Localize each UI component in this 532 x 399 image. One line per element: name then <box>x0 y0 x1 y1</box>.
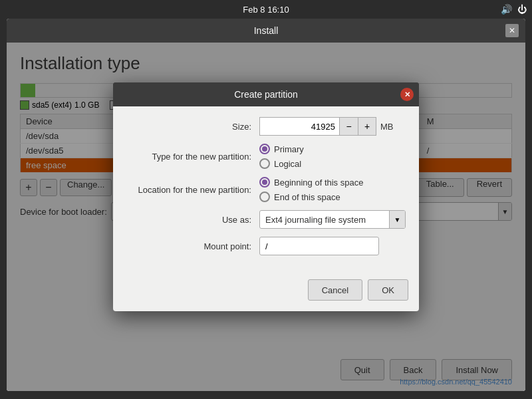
location-radio-group: Beginning of this spaceEnd of this space <box>259 177 406 202</box>
radio-label: Beginning of this space <box>274 178 363 188</box>
mount-point-wrapper: ▼ <box>259 237 379 255</box>
cancel-button[interactable]: Cancel <box>308 279 362 301</box>
content-area: Installation type sda5 (ext4) 1.0 GB fr … <box>7 43 525 391</box>
location-control: Beginning of this spaceEnd of this space <box>259 177 406 202</box>
type-radio-group: PrimaryLogical <box>259 144 406 169</box>
mount-point-control: ▼ <box>259 237 406 255</box>
radio-label: Primary <box>274 144 304 154</box>
size-row: Size: − + MB <box>126 117 406 136</box>
volume-icon: 🔊 <box>501 4 512 15</box>
type-radio-item[interactable]: Logical <box>259 158 406 169</box>
radio-circle-icon <box>259 144 270 154</box>
topbar: Feb 8 16:10 🔊 ⏻ <box>0 0 532 19</box>
dialog-close-button[interactable]: ✕ <box>400 88 414 101</box>
topbar-icons: 🔊 ⏻ <box>501 4 527 15</box>
mount-point-label: Mount point: <box>126 241 259 251</box>
type-radio-item[interactable]: Primary <box>259 144 406 154</box>
use-as-select[interactable]: Ext4 journaling file system ▼ <box>259 210 406 229</box>
size-label: Size: <box>126 122 259 132</box>
radio-circle-icon <box>259 192 270 202</box>
location-row: Location for the new partition: Beginnin… <box>126 177 406 202</box>
size-control-group: − + MB <box>259 117 406 136</box>
window-titlebar: Install ✕ <box>7 19 525 43</box>
location-label: Location for the new partition: <box>126 185 259 195</box>
use-as-row: Use as: Ext4 journaling file system ▼ <box>126 210 406 229</box>
ok-button[interactable]: OK <box>368 279 408 301</box>
use-as-control: Ext4 journaling file system ▼ <box>259 210 406 229</box>
dialog-title: Create partition <box>234 89 298 100</box>
window-title: Install <box>254 25 279 36</box>
type-label: Type for the new partition: <box>126 152 259 162</box>
dialog-titlebar: Create partition ✕ <box>113 82 419 106</box>
type-row: Type for the new partition: PrimaryLogic… <box>126 144 406 169</box>
location-radio-item[interactable]: Beginning of this space <box>259 177 406 188</box>
dialog-body: Size: − + MB Type for the new par <box>113 106 419 274</box>
mount-point-input[interactable] <box>260 241 379 251</box>
radio-label: Logical <box>274 159 301 169</box>
window-close-button[interactable]: ✕ <box>505 24 519 37</box>
radio-circle-icon <box>259 158 270 169</box>
use-as-value: Ext4 journaling file system <box>260 215 389 225</box>
type-control: PrimaryLogical <box>259 144 406 169</box>
modal-overlay: Create partition ✕ Size: − + MB <box>7 43 525 391</box>
size-input[interactable] <box>259 117 339 136</box>
use-as-label: Use as: <box>126 215 259 225</box>
power-icon: ⏻ <box>517 4 527 15</box>
size-minus-button[interactable]: − <box>339 117 358 136</box>
topbar-datetime: Feb 8 16:10 <box>243 5 289 15</box>
create-partition-dialog: Create partition ✕ Size: − + MB <box>113 82 419 311</box>
size-unit: MB <box>380 122 394 132</box>
size-control: − + MB <box>259 117 406 136</box>
radio-circle-icon <box>259 177 270 188</box>
use-as-arrow-icon[interactable]: ▼ <box>389 210 405 229</box>
dialog-footer: Cancel OK <box>113 274 419 311</box>
mount-point-row: Mount point: ▼ <box>126 237 406 255</box>
location-radio-item[interactable]: End of this space <box>259 192 406 202</box>
main-window: Install ✕ Installation type sda5 (ext4) … <box>7 19 525 391</box>
radio-label: End of this space <box>274 192 340 202</box>
size-plus-button[interactable]: + <box>358 117 376 136</box>
